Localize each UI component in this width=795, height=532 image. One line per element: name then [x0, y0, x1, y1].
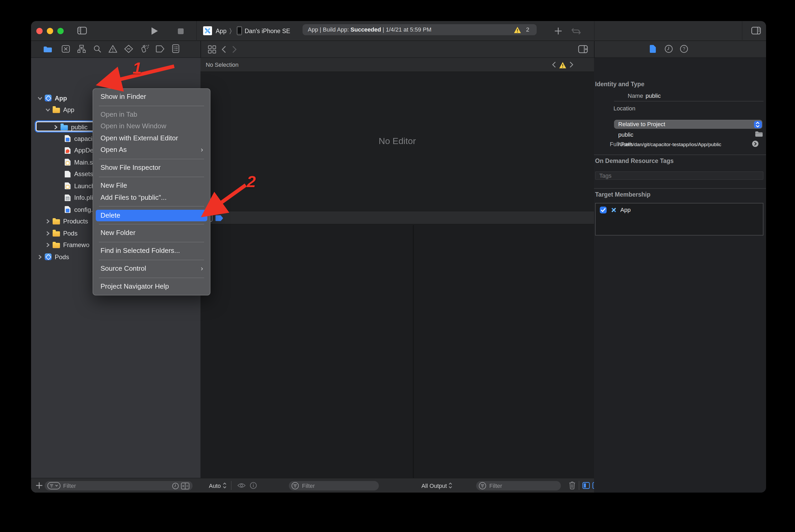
menu-item-show-file-inspector[interactable]: Show File Inspector: [96, 162, 207, 174]
chevron-right-icon[interactable]: [45, 242, 51, 248]
filter-placeholder: Filter: [63, 482, 76, 489]
jump-bar: No Selection: [200, 58, 594, 72]
menu-separator: [99, 159, 204, 159]
run-destination[interactable]: Dan's iPhone SE: [245, 21, 290, 41]
menu-item-open-with-external-editor[interactable]: Open with External Editor: [96, 132, 207, 144]
add-file-icon[interactable]: [36, 482, 42, 489]
warning-icon[interactable]: [514, 26, 521, 33]
name-value[interactable]: public: [646, 93, 661, 99]
issue-navigator-tab-icon[interactable]: [108, 45, 117, 53]
open-path-arrow-icon[interactable]: [752, 140, 759, 147]
menu-separator: [99, 106, 204, 106]
tree-label: Products: [63, 217, 88, 225]
storyboard-file-icon: [65, 159, 71, 166]
chevron-down-icon[interactable]: [37, 95, 42, 101]
tree-label: App: [63, 106, 74, 113]
recent-files-icon[interactable]: [172, 482, 179, 489]
variables-filter-input[interactable]: Filter: [289, 481, 379, 491]
variables-scope-menu[interactable]: Auto: [209, 482, 227, 489]
target-checkbox[interactable]: [600, 207, 607, 213]
previous-issue-icon[interactable]: [552, 61, 556, 68]
library-add-icon[interactable]: [555, 27, 562, 35]
toolbar-divider: [742, 21, 742, 41]
console-filter-input[interactable]: Filter: [476, 481, 561, 491]
section-divider: [594, 188, 766, 189]
fullpath-value: /Users/dan/git/capacitor-testapp/ios/App…: [618, 141, 751, 147]
menu-item-show-in-finder[interactable]: Show in Finder: [96, 91, 207, 103]
secondary-toolbar: ?: [31, 41, 766, 58]
name-label: Name: [628, 93, 643, 99]
add-editor-icon[interactable]: [578, 45, 588, 53]
debug-pane-divider[interactable]: [413, 225, 414, 493]
chevron-down-icon[interactable]: [45, 107, 51, 112]
zoom-button[interactable]: [57, 28, 64, 34]
menu-item-new-folder[interactable]: New Folder: [96, 227, 207, 239]
public-folder-icon: [60, 125, 68, 130]
activity-view[interactable]: App | Build App: Succeeded | 1/4/21 at 5…: [303, 24, 537, 35]
folder-icon: [53, 108, 60, 113]
forward-icon[interactable]: [232, 46, 237, 53]
location-dropdown[interactable]: Relative to Project: [614, 120, 762, 129]
chevron-right-icon[interactable]: [45, 230, 51, 236]
svg-text:?: ?: [683, 46, 685, 52]
info-icon[interactable]: [250, 482, 257, 489]
plist-file-icon: [65, 194, 71, 201]
project-navigator-tab-icon[interactable]: [43, 45, 52, 53]
quicklook-eye-icon[interactable]: [237, 482, 246, 488]
report-navigator-tab-icon[interactable]: [172, 44, 179, 53]
menu-item-find-in-selected-folders[interactable]: Find in Selected Folders...: [96, 245, 207, 257]
minimize-button[interactable]: [47, 28, 53, 34]
menu-item-delete[interactable]: Delete: [96, 209, 207, 221]
scheme-name[interactable]: App: [216, 21, 227, 41]
debug-variables-view: [200, 225, 594, 478]
history-inspector-tab-icon[interactable]: [665, 45, 673, 53]
menu-item-project-navigator-help[interactable]: Project Navigator Help: [96, 281, 207, 292]
annotation-step-2: 2: [247, 172, 256, 191]
file-inspector-tab-icon[interactable]: [649, 45, 656, 53]
editor-area: No Selection No Editor Auto: [200, 58, 594, 493]
group-value: public: [618, 131, 633, 138]
chevron-right-icon[interactable]: [45, 219, 51, 224]
annotation-step-1: 1: [132, 59, 142, 78]
symbol-navigator-tab-icon[interactable]: [77, 45, 86, 53]
inspector-toggle-icon[interactable]: [751, 27, 761, 35]
chevron-right-icon[interactable]: [37, 254, 42, 260]
close-button[interactable]: [36, 28, 42, 34]
menu-item-new-file[interactable]: New File: [96, 180, 207, 192]
issue-warning-icon[interactable]: [559, 62, 566, 68]
clear-console-trash-icon[interactable]: [569, 481, 576, 489]
navigator-filter-input[interactable]: Filter: [45, 481, 193, 491]
choose-folder-icon[interactable]: [755, 131, 763, 137]
show-variables-pane-icon[interactable]: [582, 482, 590, 489]
next-issue-icon[interactable]: [569, 61, 574, 68]
swift-file-icon: [65, 147, 71, 154]
navigator-filter-bar: Filter: [31, 478, 200, 493]
menu-item-open-in-tab: Open in Tab: [96, 109, 207, 121]
debug-navigator-tab-icon[interactable]: [140, 44, 149, 53]
help-inspector-tab-icon[interactable]: ?: [680, 45, 688, 53]
menu-item-add-files[interactable]: Add Files to “public”...: [96, 192, 207, 204]
menu-item-source-control[interactable]: Source Control›: [96, 263, 207, 275]
app-project-icon[interactable]: [203, 26, 212, 35]
menu-separator: [99, 260, 204, 260]
warning-count[interactable]: 2: [526, 24, 529, 35]
breakpoints-toggle-icon[interactable]: [215, 215, 223, 221]
test-navigator-tab-icon[interactable]: [124, 45, 133, 53]
debug-bottom-bar: Auto Filter All Output Filter: [200, 478, 594, 493]
stop-button[interactable]: [178, 28, 184, 34]
console-scope-menu[interactable]: All Output: [421, 482, 453, 489]
menu-item-open-as[interactable]: Open As›: [96, 144, 207, 156]
chevron-right-icon[interactable]: [53, 124, 58, 130]
related-items-icon[interactable]: [208, 45, 216, 54]
breakpoint-navigator-tab-icon[interactable]: [156, 45, 165, 53]
status-text: App | Build App: Succeeded | 1/4/21 at 5…: [303, 26, 431, 33]
sidebar-toggle-icon[interactable]: [77, 27, 87, 35]
run-button[interactable]: [151, 27, 158, 35]
back-icon[interactable]: [221, 46, 226, 53]
tags-input[interactable]: Tags: [595, 171, 763, 180]
code-review-icon[interactable]: [572, 28, 581, 35]
source-control-navigator-tab-icon[interactable]: [61, 45, 70, 53]
find-navigator-tab-icon[interactable]: [93, 45, 102, 53]
source-control-status-filter-icon[interactable]: [181, 482, 189, 489]
filter-placeholder: Filter: [489, 482, 502, 489]
